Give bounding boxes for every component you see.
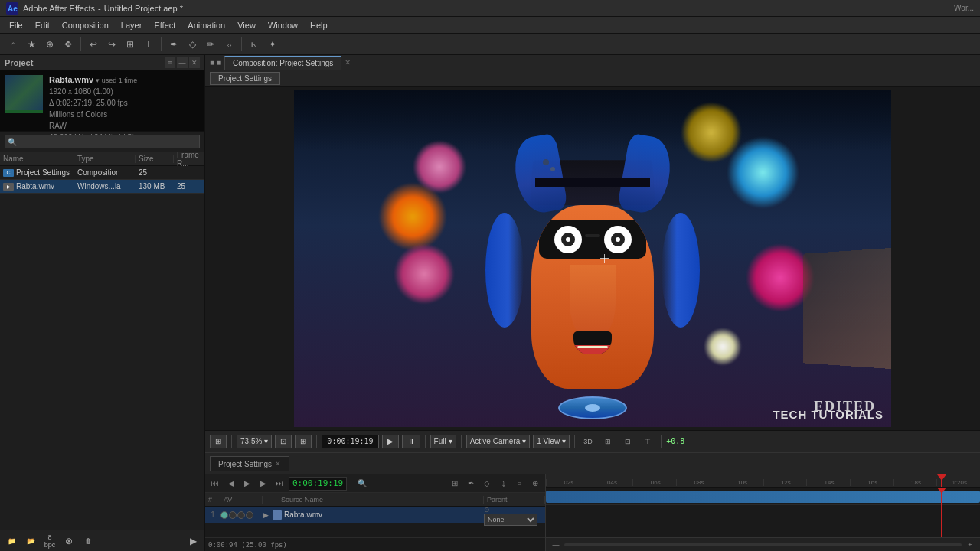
lh-parent: Parent bbox=[484, 496, 545, 504]
tl-home-btn[interactable]: ⏮ bbox=[208, 477, 222, 491]
menu-view[interactable]: View bbox=[231, 19, 262, 31]
ruler-marks: 02s 04s 06s 08s 10s 12s 14s 16s 18s 1:20… bbox=[546, 474, 980, 487]
brand-watermark: TECH TUTORIALS bbox=[773, 408, 884, 421]
ruler-playhead bbox=[941, 474, 942, 487]
playhead-head bbox=[937, 488, 946, 494]
timeline-tab-close[interactable]: ✕ bbox=[275, 460, 281, 468]
camera-dropdown[interactable]: Active Camera ▾ bbox=[466, 435, 531, 448]
row2-framerate: 25 bbox=[174, 182, 204, 191]
project-settings-tab: Project Settings bbox=[205, 70, 980, 87]
tl-search-btn[interactable]: 🔍 bbox=[355, 477, 369, 491]
table-row[interactable]: ▶ Rabta.wmv Windows...ia 130 MB 25 bbox=[0, 180, 204, 194]
quality-dropdown[interactable]: Full ▾ bbox=[430, 435, 456, 448]
search-input[interactable] bbox=[5, 135, 200, 148]
toolbar-undo-btn[interactable]: ↩ bbox=[85, 36, 102, 53]
toolbar-shape-btn[interactable]: ◇ bbox=[184, 36, 201, 53]
tl-controls: ⏮ ◀ ▶ ▶ ⏭ 0:00:19:19 🔍 ⊞ ✒ ◇ bbox=[205, 474, 545, 493]
toolbar-transform-btn[interactable]: ⊾ bbox=[246, 36, 263, 53]
guides-btn[interactable]: ⊤ bbox=[639, 433, 656, 450]
toolbar-brush-btn[interactable]: ✏ bbox=[202, 36, 219, 53]
menu-composition[interactable]: Composition bbox=[56, 19, 115, 31]
preview-progress-bar bbox=[5, 110, 43, 113]
face-area bbox=[531, 205, 654, 389]
timeline-tab[interactable]: Project Settings ✕ bbox=[210, 456, 289, 471]
layer-solo[interactable] bbox=[237, 511, 245, 519]
layer-row[interactable]: 1 ▶ Rabt bbox=[205, 507, 545, 523]
comp-tab-close[interactable]: ✕ bbox=[345, 58, 351, 67]
track-row bbox=[546, 488, 980, 505]
project-table: Name Type Size Frame R... C Project Sett… bbox=[0, 152, 204, 530]
tl-zoom-slider[interactable] bbox=[564, 543, 962, 546]
tl-play-btn[interactable]: ▶ bbox=[240, 477, 254, 491]
comp-header: ■ ■ Composition: Project Settings ✕ bbox=[205, 55, 980, 70]
project-panel: Project ≡ — ✕ Rabta.wmv ▾ used 1 time 19… bbox=[0, 55, 205, 551]
panel-title: Project bbox=[5, 58, 33, 67]
toolbar-move-btn[interactable]: ✥ bbox=[60, 36, 77, 53]
toolbar-text-btn[interactable]: T bbox=[140, 36, 157, 53]
ruler-mark-08s: 08s bbox=[676, 479, 720, 486]
cycle-colors-btn[interactable]: ⊗ bbox=[60, 533, 77, 549]
menu-layer[interactable]: Layer bbox=[115, 19, 149, 31]
menu-effect[interactable]: Effect bbox=[148, 19, 181, 31]
toolbar-pen-btn[interactable]: ✒ bbox=[165, 36, 182, 53]
tl-graph-btn[interactable]: ⤵ bbox=[496, 477, 510, 491]
tl-options-btn[interactable]: ⊞ bbox=[448, 477, 462, 491]
menu-window[interactable]: Window bbox=[262, 19, 304, 31]
menu-help[interactable]: Help bbox=[304, 19, 334, 31]
crosshair bbox=[600, 254, 609, 263]
grid-overlay-btn[interactable]: ⊞ bbox=[599, 433, 616, 450]
parent-select[interactable]: None bbox=[484, 514, 537, 526]
layer-lock[interactable] bbox=[246, 511, 253, 519]
3d-view-btn[interactable]: 3D bbox=[580, 433, 596, 450]
table-row[interactable]: C Project Settings Composition 25 bbox=[0, 166, 204, 180]
project-settings-sub-tab[interactable]: Project Settings bbox=[210, 72, 280, 85]
tl-keyframe-btn[interactable]: ◇ bbox=[480, 477, 494, 491]
row2-icon: ▶ bbox=[3, 183, 14, 191]
toolbar-star-btn[interactable]: ★ bbox=[23, 36, 40, 53]
render-btn[interactable]: ▶ bbox=[382, 435, 399, 448]
menu-edit[interactable]: Edit bbox=[29, 19, 56, 31]
pause-btn[interactable]: ⏸ bbox=[402, 435, 420, 448]
comp-tab[interactable]: Composition: Project Settings bbox=[224, 56, 341, 70]
new-folder-btn[interactable]: 📂 bbox=[22, 533, 39, 549]
tl-zoom-out-btn[interactable]: — bbox=[549, 538, 563, 552]
row1-type: Composition bbox=[74, 168, 136, 177]
zoom-dropdown[interactable]: 73.5% ▾ bbox=[237, 435, 272, 448]
color-depth-btn[interactable]: 8 bpc bbox=[41, 533, 58, 549]
layer-label: Rabta.wmv bbox=[273, 510, 484, 520]
toolbar-redo-btn[interactable]: ↪ bbox=[103, 36, 120, 53]
menu-file[interactable]: File bbox=[3, 19, 29, 31]
tl-mask-btn[interactable]: ○ bbox=[512, 477, 526, 491]
tl-prev-frame-btn[interactable]: ◀ bbox=[224, 477, 238, 491]
tl-pen-btn[interactable]: ✒ bbox=[464, 477, 478, 491]
new-comp-btn[interactable]: 📁 bbox=[3, 533, 20, 549]
panel-menu-btn[interactable]: ≡ bbox=[165, 57, 175, 68]
panel-close-btn[interactable]: ✕ bbox=[189, 57, 200, 68]
tl-ruler: 02s 04s 06s 08s 10s 12s 14s 16s 18s 1:20… bbox=[546, 474, 980, 488]
toolbar-grid-btn[interactable]: ⊞ bbox=[122, 36, 139, 53]
panel-minimize-btn[interactable]: — bbox=[177, 57, 188, 68]
layer-visibility[interactable] bbox=[220, 511, 228, 519]
toolbar-home-btn[interactable]: ⌂ bbox=[5, 36, 21, 53]
play-btn[interactable]: ▶ bbox=[185, 533, 201, 549]
snap-btn[interactable]: ⊞ bbox=[295, 435, 312, 448]
track-bar bbox=[546, 491, 980, 503]
lh-source: Source Name bbox=[278, 496, 484, 504]
table-header: Name Type Size Frame R... bbox=[0, 152, 204, 166]
trash-btn[interactable]: 🗑 bbox=[80, 533, 96, 549]
view-dropdown[interactable]: 1 View ▾ bbox=[533, 435, 570, 448]
rulers-btn[interactable]: ⊡ bbox=[619, 433, 636, 450]
toolbar-search-btn[interactable]: ⊕ bbox=[41, 36, 58, 53]
tl-end-btn[interactable]: ⏭ bbox=[273, 477, 286, 491]
toolbar-puppet-btn[interactable]: ✦ bbox=[264, 36, 281, 53]
layer-audio[interactable] bbox=[229, 511, 237, 519]
fit-btn[interactable]: ⊡ bbox=[275, 435, 292, 448]
preview-filename: Rabta.wmv ▾ used 1 time bbox=[49, 75, 200, 84]
tl-zoom-in-btn[interactable]: + bbox=[963, 538, 977, 552]
toolbar-fill-btn[interactable]: ⬦ bbox=[220, 36, 237, 53]
tl-next-frame-btn[interactable]: ▶ bbox=[256, 477, 270, 491]
menu-animation[interactable]: Animation bbox=[181, 19, 231, 31]
layer-expand[interactable]: ▶ bbox=[259, 511, 273, 519]
region-of-interest-btn[interactable]: ⊞ bbox=[210, 435, 227, 448]
tl-track-btn[interactable]: ⊕ bbox=[528, 477, 542, 491]
